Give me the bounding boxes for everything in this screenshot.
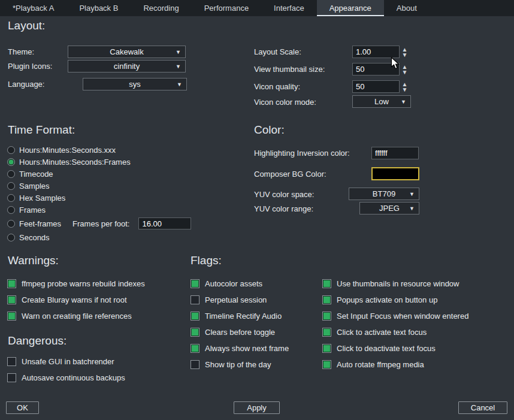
frames-per-foot-input[interactable] bbox=[138, 217, 191, 229]
time-format-option-row[interactable]: Hex Samples bbox=[7, 192, 191, 204]
checkbox-row[interactable]: Set Input Focus when window entered bbox=[322, 308, 468, 324]
tab-about[interactable]: About bbox=[384, 0, 430, 16]
checkbox-row[interactable]: Show tip of the day bbox=[191, 356, 289, 373]
time-format-option-row[interactable]: Hours:Minutes:Seconds:Frames bbox=[7, 156, 191, 168]
plugin-icons-dropdown[interactable]: cinfinity ▼ bbox=[68, 60, 186, 72]
checkbox-icon[interactable] bbox=[191, 328, 199, 337]
highlight-inversion-color-label: Highlighting Inversion color: bbox=[254, 149, 350, 158]
checkbox-row[interactable]: Click to activate text focus bbox=[322, 324, 468, 340]
checkbox-icon[interactable] bbox=[7, 279, 16, 288]
checkbox-icon[interactable] bbox=[191, 360, 199, 369]
checkbox-row[interactable]: Always show next frame bbox=[191, 340, 289, 356]
time-format-option-row[interactable]: Frames bbox=[7, 204, 191, 216]
radio-icon[interactable] bbox=[7, 194, 15, 202]
layout-scale-spinner[interactable]: ▲ ▼ bbox=[400, 46, 409, 58]
yuv-color-space-dropdown[interactable]: BT709 ▼ bbox=[349, 188, 419, 200]
checkbox-label: Set Input Focus when window entered bbox=[337, 312, 468, 321]
checkbox-label: Use thumbnails in resource window bbox=[337, 279, 459, 288]
checkbox-row[interactable]: Timeline Rectify Audio bbox=[191, 308, 289, 324]
checkbox-row[interactable]: Create Bluray warns if not root bbox=[7, 292, 145, 308]
chevron-down-icon: ▼ bbox=[176, 64, 181, 70]
vicon-color-mode-label: Vicon color mode: bbox=[254, 98, 316, 107]
tab-playback-a[interactable]: *Playback A bbox=[0, 0, 66, 16]
time-format-options: Hours:Minutes:Seconds.xxx Hours:Minutes:… bbox=[7, 144, 191, 243]
checkbox-icon[interactable] bbox=[322, 295, 331, 304]
checkbox-icon[interactable] bbox=[322, 312, 331, 321]
time-format-option-row[interactable]: Hours:Minutes:Seconds.xxx bbox=[7, 144, 191, 156]
checkbox-row[interactable]: Unsafe GUI in batchrender bbox=[7, 353, 125, 370]
radio-icon[interactable] bbox=[7, 158, 15, 166]
highlight-inversion-color-input[interactable] bbox=[371, 147, 419, 159]
checkbox-row[interactable]: ffmpeg probe warns rebuild indexes bbox=[7, 276, 145, 292]
radio-icon[interactable] bbox=[7, 220, 15, 228]
radio-label: Hex Samples bbox=[19, 194, 65, 203]
radio-icon[interactable] bbox=[7, 234, 15, 241]
checkbox-icon[interactable] bbox=[191, 279, 199, 288]
vicon-quality-label: Vicon quality: bbox=[254, 82, 300, 91]
spinner-down-icon[interactable]: ▼ bbox=[402, 87, 408, 92]
checkbox-row[interactable]: Use thumbnails in resource window bbox=[322, 276, 468, 292]
checkbox-row[interactable]: Popups activate on button up bbox=[322, 292, 468, 308]
vicon-quality-spinner[interactable]: ▲ ▼ bbox=[400, 80, 409, 93]
checkbox-icon[interactable] bbox=[191, 344, 199, 353]
checkbox-icon[interactable] bbox=[7, 373, 16, 382]
checkbox-row[interactable]: Auto rotate ffmpeg media bbox=[322, 356, 468, 373]
chevron-down-icon: ▼ bbox=[177, 81, 182, 87]
ok-button[interactable]: OK bbox=[6, 401, 39, 414]
time-format-option-row[interactable]: Feet-frames Frames per foot: bbox=[7, 216, 191, 231]
checkbox-icon[interactable] bbox=[322, 279, 331, 288]
checkbox-icon[interactable] bbox=[7, 295, 16, 304]
radio-icon[interactable] bbox=[7, 170, 15, 178]
radio-icon[interactable] bbox=[7, 146, 15, 154]
time-format-option-row[interactable]: Timecode bbox=[7, 168, 191, 180]
vicon-color-mode-dropdown[interactable]: Low ▼ bbox=[352, 95, 411, 108]
time-format-option-row[interactable]: Seconds bbox=[7, 231, 191, 243]
checkbox-row[interactable]: Perpetual session bbox=[191, 292, 289, 308]
mouse-cursor bbox=[391, 57, 400, 70]
checkbox-icon[interactable] bbox=[322, 328, 331, 337]
time-format-option-row[interactable]: Samples bbox=[7, 180, 191, 192]
language-value: sys bbox=[129, 80, 141, 89]
checkbox-label: Autocolor assets bbox=[205, 279, 262, 288]
flags-column-1: Autocolor assets Perpetual session Timel… bbox=[191, 276, 289, 373]
theme-dropdown[interactable]: Cakewalk ▼ bbox=[68, 46, 186, 58]
yuv-color-space-label: YUV color space: bbox=[254, 190, 314, 199]
tab-performance[interactable]: Performance bbox=[192, 0, 261, 16]
view-thumbnail-size-spinner[interactable]: ▲ ▼ bbox=[400, 63, 409, 75]
composer-bg-color-swatch[interactable] bbox=[371, 167, 419, 180]
language-label: Language: bbox=[8, 80, 44, 89]
tab-recording[interactable]: Recording bbox=[131, 0, 191, 16]
tab-interface[interactable]: Interface bbox=[261, 0, 317, 16]
checkbox-icon[interactable] bbox=[7, 312, 16, 321]
spinner-down-icon[interactable]: ▼ bbox=[402, 52, 408, 58]
checkbox-icon[interactable] bbox=[322, 360, 331, 369]
radio-icon[interactable] bbox=[7, 182, 15, 190]
dangerous-section-title: Dangerous: bbox=[8, 334, 66, 348]
checkbox-row[interactable]: Clears before toggle bbox=[191, 324, 289, 340]
cancel-button[interactable]: Cancel bbox=[458, 401, 507, 414]
checkbox-icon[interactable] bbox=[7, 357, 16, 366]
checkbox-row[interactable]: Click to deactivate text focus bbox=[322, 340, 468, 356]
checkbox-row[interactable]: Autosave continuous backups bbox=[7, 370, 125, 386]
yuv-color-range-dropdown[interactable]: JPEG ▼ bbox=[359, 202, 419, 214]
radio-label: Hours:Minutes:Seconds:Frames bbox=[19, 158, 131, 167]
checkbox-label: Clears before toggle bbox=[205, 328, 275, 337]
vicon-quality-input[interactable] bbox=[352, 80, 400, 93]
checkbox-icon[interactable] bbox=[191, 295, 199, 304]
checkbox-icon[interactable] bbox=[191, 312, 199, 321]
tab-appearance[interactable]: Appearance bbox=[317, 0, 384, 16]
spinner-down-icon[interactable]: ▼ bbox=[402, 70, 408, 75]
checkbox-row[interactable]: Autocolor assets bbox=[191, 276, 289, 292]
layout-scale-input[interactable] bbox=[352, 46, 400, 58]
checkbox-label: ffmpeg probe warns rebuild indexes bbox=[22, 279, 145, 288]
time-format-section-title: Time Format: bbox=[8, 123, 75, 137]
composer-bg-color-label: Composer BG Color: bbox=[254, 170, 326, 179]
apply-button[interactable]: Apply bbox=[234, 401, 280, 414]
checkbox-icon[interactable] bbox=[322, 344, 331, 353]
language-dropdown[interactable]: sys ▼ bbox=[83, 78, 187, 90]
checkbox-label: Timeline Rectify Audio bbox=[205, 312, 282, 321]
checkbox-row[interactable]: Warn on creating file references bbox=[7, 308, 145, 324]
radio-label: Frames bbox=[19, 206, 46, 214]
radio-icon[interactable] bbox=[7, 206, 15, 214]
tab-playback-b[interactable]: Playback B bbox=[66, 0, 131, 16]
